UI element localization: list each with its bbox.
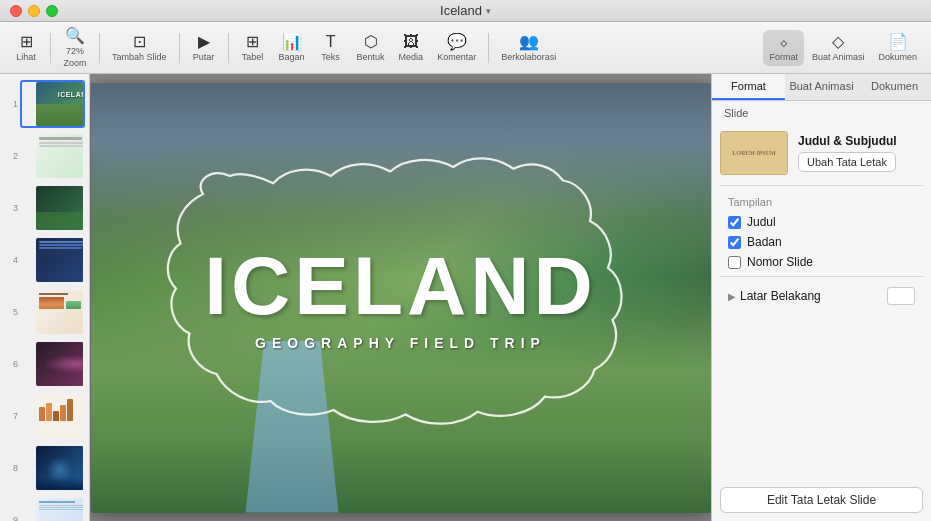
view-icon: ⊞	[20, 34, 33, 50]
judul-checkbox[interactable]	[728, 216, 741, 229]
animate-icon: ◇	[832, 34, 844, 50]
separator-4	[228, 33, 229, 63]
separator-3	[179, 33, 180, 63]
slide-item-7: 7	[4, 392, 85, 440]
collab-button[interactable]: 👥 Berkolaborasi	[495, 30, 562, 66]
view-button[interactable]: ⊞ Lihat	[8, 30, 44, 66]
zoom-button[interactable]: 🔍 72% Zoom	[57, 25, 93, 71]
bg-row-left: ▶ Latar Belakang	[728, 289, 821, 303]
table-button[interactable]: ⊞ Tabel	[235, 30, 271, 66]
media-icon: 🖼	[403, 34, 419, 50]
slide-panel: 1 ICELAND 2	[0, 74, 90, 521]
slide-thumb-bg-1: ICELAND	[36, 82, 85, 126]
chart-button[interactable]: 📊 Bagan	[273, 30, 311, 66]
play-icon: ▶	[198, 34, 210, 50]
background-row[interactable]: ▶ Latar Belakang	[720, 281, 923, 311]
slide-section-label: Slide	[712, 101, 931, 123]
slide-thumb-bg-6	[36, 342, 85, 386]
main-area: 1 ICELAND 2	[0, 74, 931, 521]
slide-main-title: ICELAND	[204, 245, 596, 327]
collab-label: Berkolaborasi	[501, 52, 556, 62]
zoom-value: 72%	[66, 46, 84, 56]
doc-label: Dokumen	[878, 52, 917, 62]
comment-label: Komentar	[437, 52, 476, 62]
shape-icon: ⬡	[364, 34, 378, 50]
slide-thumbnail-3[interactable]	[20, 184, 85, 232]
comment-button[interactable]: 💬 Komentar	[431, 30, 482, 66]
badan-checkbox-row: Badan	[720, 232, 923, 252]
bg-chevron-icon: ▶	[728, 291, 736, 302]
traffic-lights	[10, 5, 58, 17]
slide-thumbnail-8[interactable]	[20, 444, 85, 492]
slide-item-9: 9	[4, 496, 85, 521]
slide-thumb-bg-7	[36, 394, 85, 438]
panel-content: LOREM IPSUM Judul & Subjudul Ubah Tata L…	[712, 123, 931, 479]
tab-format[interactable]: Format	[712, 74, 785, 100]
collab-icon: 👥	[519, 34, 539, 50]
layout-preview-row: LOREM IPSUM Judul & Subjudul Ubah Tata L…	[720, 131, 923, 175]
slide-thumbnail-1[interactable]: ICELAND	[20, 80, 85, 128]
maximize-button[interactable]	[46, 5, 58, 17]
slide-item-4: 4	[4, 236, 85, 284]
slide-thumb-bg-3	[36, 186, 85, 230]
slide-thumb-bg-4	[36, 238, 85, 282]
nomor-slide-checkbox-label: Nomor Slide	[747, 255, 813, 269]
zoom-icon: 🔍	[65, 28, 85, 44]
slide-thumbnail-5[interactable]	[20, 288, 85, 336]
slide-thumbnail-6[interactable]	[20, 340, 85, 388]
slide-sub-title: GEOGRAPHY FIELD TRIP	[204, 335, 596, 351]
judul-checkbox-label: Judul	[747, 215, 776, 229]
change-layout-button[interactable]: Ubah Tata Letak	[798, 152, 896, 172]
view-label: Lihat	[16, 52, 36, 62]
nomor-slide-checkbox[interactable]	[728, 256, 741, 269]
add-slide-label: Tambah Slide	[112, 52, 167, 62]
media-button[interactable]: 🖼 Media	[393, 30, 430, 66]
right-panel: Format Buat Animasi Dokumen Slide LOREM …	[711, 74, 931, 521]
toolbar-view-group: ⊞ Lihat	[8, 30, 44, 66]
title-chevron-icon[interactable]: ▾	[486, 6, 491, 16]
comment-icon: 💬	[447, 34, 467, 50]
format-label: Format	[769, 52, 798, 62]
slide-thumbnail-4[interactable]	[20, 236, 85, 284]
bg-label: Latar Belakang	[740, 289, 821, 303]
slide-item-6: 6	[4, 340, 85, 388]
slide-item-2: 2	[4, 132, 85, 180]
toolbar-right: ⬦ Format ◇ Buat Animasi 📄 Dokumen	[763, 30, 923, 66]
slide-thumbnail-7[interactable]	[20, 392, 85, 440]
media-label: Media	[399, 52, 424, 62]
doc-button[interactable]: 📄 Dokumen	[872, 30, 923, 66]
animate-label: Buat Animasi	[812, 52, 865, 62]
play-button[interactable]: ▶ Putar	[186, 30, 222, 66]
doc-icon: 📄	[888, 34, 908, 50]
panel-tabs: Format Buat Animasi Dokumen	[712, 74, 931, 101]
tab-document[interactable]: Dokumen	[858, 74, 931, 100]
edit-layout-button[interactable]: Edit Tata Letak Slide	[720, 487, 923, 513]
add-slide-button[interactable]: ⊡ Tambah Slide	[106, 30, 173, 66]
slide-title-overlay: ICELAND GEOGRAPHY FIELD TRIP	[204, 245, 596, 351]
divider-2	[720, 276, 923, 277]
separator-5	[488, 33, 489, 63]
layout-name: Judul & Subjudul	[798, 134, 923, 148]
slide-thumbnail-2[interactable]	[20, 132, 85, 180]
close-button[interactable]	[10, 5, 22, 17]
text-button[interactable]: T Teks	[313, 30, 349, 66]
zoom-label: Zoom	[63, 58, 86, 68]
canvas-area[interactable]: ICELAND GEOGRAPHY FIELD TRIP	[90, 74, 711, 521]
minimize-button[interactable]	[28, 5, 40, 17]
badan-checkbox[interactable]	[728, 236, 741, 249]
nomor-slide-checkbox-row: Nomor Slide	[720, 252, 923, 272]
text-label: Teks	[321, 52, 340, 62]
toolbar: ⊞ Lihat 🔍 72% Zoom ⊡ Tambah Slide ▶ Puta…	[0, 22, 931, 74]
slide-thumbnail-9[interactable]	[20, 496, 85, 521]
bg-color-swatch[interactable]	[887, 287, 915, 305]
tab-animate[interactable]: Buat Animasi	[785, 74, 858, 100]
shape-button[interactable]: ⬡ Bentuk	[351, 30, 391, 66]
slide-thumb-bg-9	[36, 498, 85, 521]
badan-checkbox-label: Badan	[747, 235, 782, 249]
format-button[interactable]: ⬦ Format	[763, 30, 804, 66]
toolbar-zoom-group: 🔍 72% Zoom	[57, 25, 93, 71]
slide-thumb-bg-2	[36, 134, 85, 178]
animate-button[interactable]: ◇ Buat Animasi	[806, 30, 871, 66]
slide-item-8: 8	[4, 444, 85, 492]
table-label: Tabel	[242, 52, 264, 62]
